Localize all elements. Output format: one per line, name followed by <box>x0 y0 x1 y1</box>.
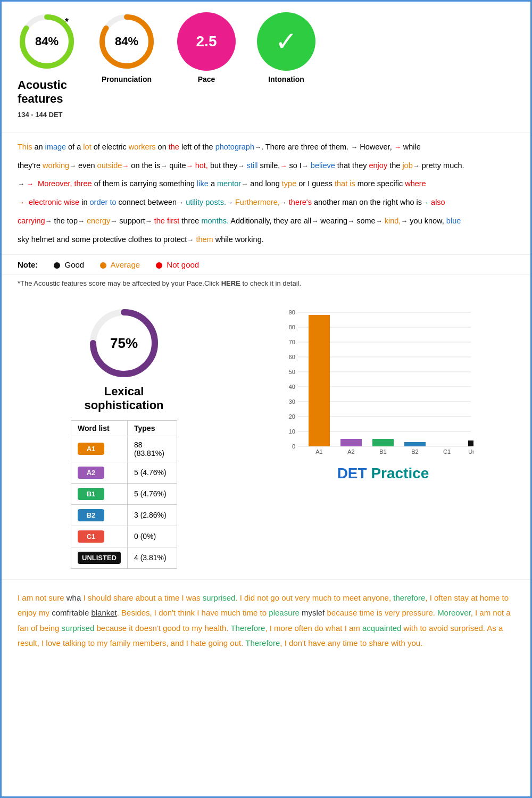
pace-circle: 2.5 <box>177 12 236 71</box>
badge-cell: UNLISTED <box>71 547 128 568</box>
table-row: B15 (4.76%) <box>71 483 177 504</box>
value-cell: 3 (2.86%) <box>128 504 177 526</box>
badge-cell: B2 <box>71 504 128 526</box>
pronunciation-label: Pronunciation <box>102 75 152 84</box>
pronunciation-percent: 84% <box>115 35 138 48</box>
pace-metric: 2.5 Pace <box>177 12 236 84</box>
col-wordlist: Word list <box>71 420 128 436</box>
table-row: C10 (0%) <box>71 526 177 547</box>
dot-good <box>54 262 60 269</box>
good-label: Good <box>65 260 85 269</box>
average-label: Average <box>111 260 140 269</box>
svg-text:0: 0 <box>292 443 295 450</box>
word-table: Word list Types A188 (83.81%)A25 (4.76%)… <box>71 420 177 569</box>
svg-text:A1: A1 <box>315 448 322 455</box>
bar-chart: 90 80 70 60 50 40 30 20 10 0 <box>282 306 473 455</box>
pace-label: Pace <box>198 75 215 84</box>
lexical-circle: 75% <box>87 306 161 380</box>
analysis-paragraph: This an image of a lot of electric worke… <box>18 138 514 249</box>
svg-text:70: 70 <box>289 339 295 345</box>
svg-text:B1: B1 <box>379 448 386 455</box>
svg-rect-27 <box>340 439 362 446</box>
acoustic-circle: 84% * <box>18 12 76 71</box>
intonation-metric: ✓ Intonation <box>257 12 315 84</box>
top-section: 84% * Acousticfeatures 134 - 144 DET 84%… <box>2 2 530 132</box>
acoustic-det: 134 - 144 DET <box>18 111 63 119</box>
svg-text:Unlisted: Unlisted <box>468 448 473 455</box>
svg-text:A2: A2 <box>347 448 354 455</box>
table-row: A25 (4.76%) <box>71 462 177 483</box>
final-text-section: I am not sure wha I should share about a… <box>2 580 530 667</box>
acoustic-percent: 84% <box>35 35 59 48</box>
col-types: Types <box>128 420 177 436</box>
left-panel: 75% Lexical sophistication Word list Typ… <box>12 306 236 569</box>
not-good-item: Not good <box>156 260 199 269</box>
svg-text:10: 10 <box>289 428 295 435</box>
intonation-label: Intonation <box>268 75 304 84</box>
svg-text:20: 20 <box>289 413 295 420</box>
svg-rect-31 <box>468 440 473 446</box>
footnote: *The Acoustic features score may be affc… <box>2 275 530 295</box>
average-item: Average <box>100 260 140 269</box>
value-cell: 0 (0%) <box>128 526 177 547</box>
chart-area: 90 80 70 60 50 40 30 20 10 0 <box>282 306 484 457</box>
final-paragraph: I am not sure wha I should share about a… <box>18 591 514 651</box>
note-label: Note: <box>18 260 38 269</box>
svg-text:40: 40 <box>289 384 295 390</box>
good-item: Good <box>54 260 84 269</box>
check-icon: ✓ <box>275 26 297 57</box>
svg-text:60: 60 <box>289 354 295 360</box>
table-row: A188 (83.81%) <box>71 436 177 462</box>
lexical-title: Lexical sophistication <box>84 385 163 412</box>
svg-text:B2: B2 <box>411 448 418 455</box>
lexical-percent: 75% <box>110 335 138 351</box>
svg-text:50: 50 <box>289 369 295 375</box>
svg-text:C1: C1 <box>443 448 451 455</box>
table-row: UNLISTED4 (3.81%) <box>71 547 177 568</box>
svg-rect-28 <box>372 439 394 446</box>
svg-rect-29 <box>404 442 426 446</box>
badge-cell: C1 <box>71 526 128 547</box>
text-analysis: This an image of a lot of electric worke… <box>2 132 530 255</box>
pronunciation-circle: 84% <box>97 12 156 71</box>
pace-value: 2.5 <box>196 33 217 50</box>
value-cell: 5 (4.76%) <box>128 462 177 483</box>
svg-text:30: 30 <box>289 398 295 405</box>
acoustic-title: Acousticfeatures <box>18 78 67 106</box>
svg-text:80: 80 <box>289 324 295 330</box>
note-section: Note: Good Average Not good <box>2 255 530 275</box>
det-practice-label: DET Practice <box>337 465 429 482</box>
not-good-label: Not good <box>167 260 199 269</box>
metrics-row: 84% * Acousticfeatures 134 - 144 DET 84%… <box>18 12 514 119</box>
value-cell: 88 (83.81%) <box>128 436 177 462</box>
table-row: B23 (2.86%) <box>71 504 177 526</box>
bottom-section: 75% Lexical sophistication Word list Typ… <box>2 295 530 580</box>
intonation-circle: ✓ <box>257 12 315 71</box>
here-link[interactable]: HERE <box>221 279 240 287</box>
value-cell: 4 (3.81%) <box>128 547 177 568</box>
badge-cell: A1 <box>71 436 128 462</box>
acoustic-star: * <box>65 16 69 28</box>
svg-text:90: 90 <box>289 309 295 315</box>
acoustic-metric: 84% * Acousticfeatures 134 - 144 DET <box>18 12 76 119</box>
badge-cell: A2 <box>71 462 128 483</box>
right-panel: 90 80 70 60 50 40 30 20 10 0 <box>236 306 520 569</box>
value-cell: 5 (4.76%) <box>128 483 177 504</box>
dot-average <box>100 262 106 269</box>
dot-not-good <box>156 262 162 269</box>
svg-rect-26 <box>309 315 330 446</box>
pronunciation-metric: 84% Pronunciation <box>97 12 156 84</box>
badge-cell: B1 <box>71 483 128 504</box>
